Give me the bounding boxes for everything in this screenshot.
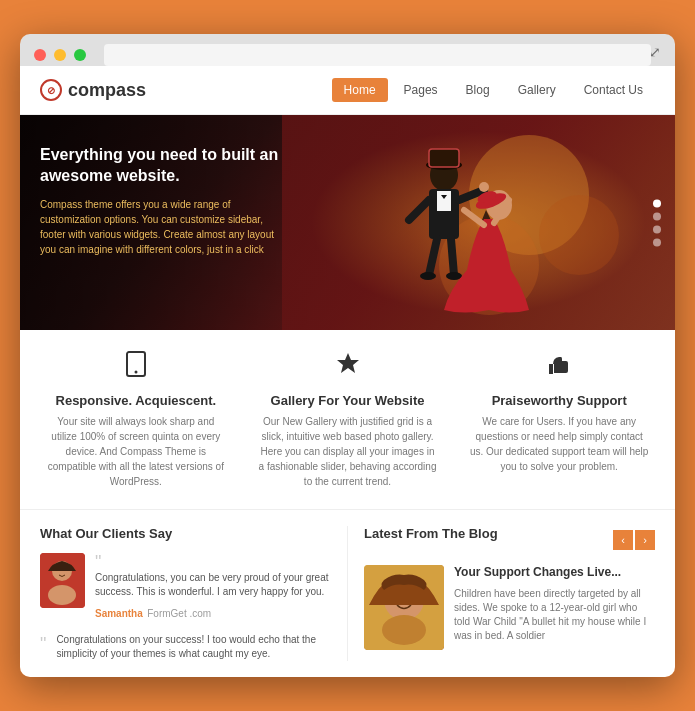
main-nav: Home Pages Blog Gallery Contact Us — [332, 78, 655, 102]
avatar-samantha — [40, 553, 85, 608]
svg-point-22 — [134, 371, 137, 374]
svg-point-1 — [539, 195, 619, 275]
feature-responsive: Responsive. Acquiescent. Your site will … — [30, 350, 242, 489]
svg-line-9 — [409, 200, 429, 220]
feature-gallery-title: Gallery For Your Website — [257, 393, 439, 408]
hero-dot-2[interactable] — [653, 212, 661, 220]
svg-rect-5 — [429, 149, 459, 167]
testimonial-1: " Congratulations, you can be very proud… — [40, 553, 331, 621]
quote-mark-1: " — [95, 553, 331, 571]
testimonial-1-source: FormGet .com — [147, 608, 211, 619]
dancer-svg — [329, 115, 629, 330]
site-header: ⊘ compass Home Pages Blog Gallery Contac… — [20, 66, 675, 115]
hero-title: Everything you need to built an awesome … — [40, 145, 290, 187]
testimonial-1-content: " Congratulations, you can be very proud… — [95, 553, 331, 621]
feature-responsive-title: Responsive. Acquiescent. — [45, 393, 227, 408]
svg-point-33 — [382, 615, 426, 645]
site-logo: ⊘ compass — [40, 79, 332, 101]
bottom-section: What Our Clients Say — [20, 510, 675, 677]
testimonial-1-author: Samantha — [95, 608, 143, 619]
nav-gallery[interactable]: Gallery — [506, 78, 568, 102]
nav-contact[interactable]: Contact Us — [572, 78, 655, 102]
quote-mark-2: " — [40, 633, 46, 653]
blog-prev-button[interactable]: ‹ — [613, 530, 633, 550]
svg-point-20 — [479, 182, 489, 192]
feature-support: Praiseworthy Support We care for Users. … — [453, 350, 665, 489]
tablet-icon — [45, 350, 227, 385]
hero-dot-1[interactable] — [653, 199, 661, 207]
hero-description: Compass theme offers you a wide range of… — [40, 197, 290, 257]
feature-support-title: Praiseworthy Support — [468, 393, 650, 408]
svg-rect-7 — [437, 191, 451, 211]
nav-home[interactable]: Home — [332, 78, 388, 102]
clients-title: What Our Clients Say — [40, 526, 331, 541]
logo-text: compass — [68, 80, 146, 101]
feature-responsive-desc: Your site will always look sharp and uti… — [45, 414, 227, 489]
hero-content: Everything you need to built an awesome … — [40, 145, 290, 257]
browser-content: ⊘ compass Home Pages Blog Gallery Contac… — [20, 66, 675, 677]
browser-chrome: ⤢ — [20, 34, 675, 66]
address-bar[interactable] — [104, 44, 651, 66]
svg-marker-23 — [337, 353, 359, 373]
features-section: Responsive. Acquiescent. Your site will … — [20, 330, 675, 510]
hero-dot-4[interactable] — [653, 238, 661, 246]
svg-point-13 — [420, 272, 436, 280]
svg-line-12 — [451, 239, 454, 275]
feature-gallery: Gallery For Your Website Our New Gallery… — [242, 350, 454, 489]
hero-dots — [653, 199, 661, 246]
blog-nav: ‹ › — [613, 530, 655, 550]
blog-post-title: Your Support Changes Live... — [454, 565, 655, 581]
hero-section: Everything you need to built an awesome … — [20, 115, 675, 330]
svg-line-11 — [429, 239, 437, 275]
blog-post: Your Support Changes Live... Children ha… — [364, 565, 655, 650]
maximize-button[interactable] — [74, 49, 86, 61]
feature-support-desc: We care for Users. If you have any quest… — [468, 414, 650, 474]
minimize-button[interactable] — [54, 49, 66, 61]
svg-point-26 — [48, 585, 76, 605]
testimonial-2: " Congratulations on your success! I too… — [40, 633, 331, 661]
nav-pages[interactable]: Pages — [392, 78, 450, 102]
hero-image — [282, 115, 675, 330]
blog-thumbnail — [364, 565, 444, 650]
blog-title: Latest From The Blog — [364, 526, 498, 541]
clients-section: What Our Clients Say — [40, 526, 348, 661]
blog-post-content: Your Support Changes Live... Children ha… — [454, 565, 655, 650]
star-icon — [257, 350, 439, 385]
logo-icon: ⊘ — [40, 79, 62, 101]
testimonial-2-text: Congratulations on your success! I too w… — [52, 633, 331, 661]
testimonial-1-text: Congratulations, you can be very proud o… — [95, 571, 331, 599]
blog-next-button[interactable]: › — [635, 530, 655, 550]
blog-post-text: Children have been directly targeted by … — [454, 587, 655, 643]
hero-dot-3[interactable] — [653, 225, 661, 233]
blog-section-header: Latest From The Blog ‹ › — [364, 526, 655, 553]
nav-blog[interactable]: Blog — [454, 78, 502, 102]
svg-point-14 — [446, 272, 462, 280]
thumbsup-icon — [468, 350, 650, 385]
feature-gallery-desc: Our New Gallery with justified grid is a… — [257, 414, 439, 489]
expand-icon[interactable]: ⤢ — [649, 44, 661, 60]
close-button[interactable] — [34, 49, 46, 61]
browser-window: ⤢ ⊘ compass Home Pages Blog Gallery Cont… — [20, 34, 675, 677]
blog-section: Latest From The Blog ‹ › — [348, 526, 655, 661]
